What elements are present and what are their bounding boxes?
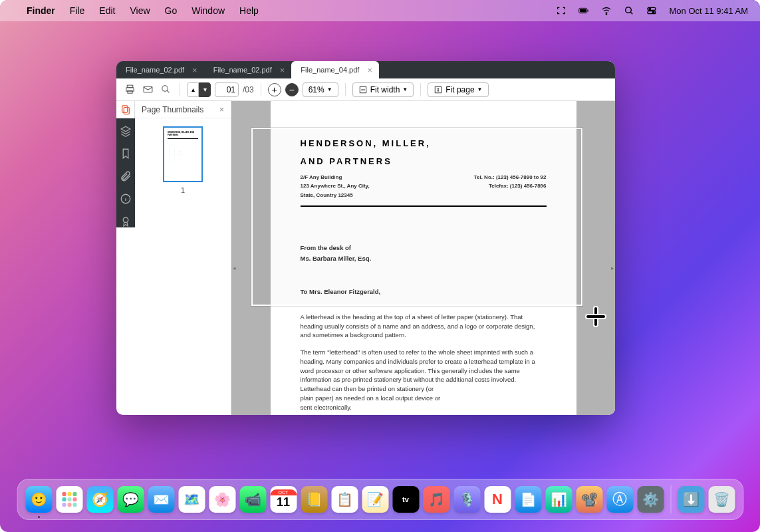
svg-point-8 <box>653 11 655 13</box>
zoom-level-dropdown[interactable]: 61%▼ <box>303 82 338 97</box>
tab-1-label: File_name_02.pdf <box>126 66 184 74</box>
page-up-button[interactable]: ▴ <box>187 82 199 97</box>
menu-go[interactable]: Go <box>165 5 178 16</box>
panel-title: Page Thumbnails <box>142 105 203 114</box>
dock-safari[interactable]: 🧭 <box>86 486 113 513</box>
toolbar: ▴ ▾ /03 + − 61%▼ Fit width▼ Fit page▼ <box>116 78 615 101</box>
print-icon[interactable] <box>123 82 137 96</box>
tab-3-close-icon[interactable]: × <box>367 65 372 75</box>
dock-numbers[interactable]: 📊 <box>545 486 572 513</box>
desktop: Finder File Edit View Go Window Help Mon… <box>0 0 760 532</box>
svg-rect-17 <box>124 107 129 114</box>
menu-view[interactable]: View <box>130 5 150 16</box>
dock-tv[interactable]: tv <box>392 486 419 513</box>
tab-bar: File_name_02.pdf× File_name_02.pdf× File… <box>116 61 615 78</box>
thumbnails-panel: Page Thumbnails × HENDERSON, MILLER, AND… <box>135 101 231 415</box>
dock-settings[interactable]: ⚙️ <box>637 486 664 513</box>
dock-appstore[interactable]: Ⓐ <box>606 486 633 513</box>
dock-maps[interactable]: 🗺️ <box>178 486 205 513</box>
dock: 🙂 🧭 💬 ✉️ 🗺️ 🌸 📹 OCT11 📒 📋 📝 tv 🎵 🎙️ N 📄 … <box>17 479 743 520</box>
svg-rect-16 <box>122 106 127 112</box>
dock-pages[interactable]: 📄 <box>515 486 541 513</box>
document-page: HENDERSON, MILLER, AND PARTNERS 2/F Any … <box>271 101 576 415</box>
dock-downloads[interactable]: ⬇️ <box>678 486 704 513</box>
menu-edit[interactable]: Edit <box>99 5 115 16</box>
scroll-right-handle[interactable]: ▸ <box>610 258 615 278</box>
info-icon[interactable] <box>120 193 132 205</box>
page-total: /03 <box>243 85 254 94</box>
attachment-icon[interactable] <box>120 170 132 182</box>
zoom-in-button[interactable]: + <box>268 83 281 96</box>
dock-keynote[interactable]: 📽️ <box>576 486 602 513</box>
menu-file[interactable]: File <box>70 5 85 16</box>
screenshot-icon[interactable] <box>556 5 567 16</box>
svg-rect-12 <box>144 86 152 92</box>
svg-point-3 <box>606 14 607 15</box>
badge-icon[interactable] <box>120 215 132 227</box>
page-number-input[interactable] <box>215 82 239 97</box>
page-thumbnail-1[interactable]: HENDERSON, MILLER, AND PARTNERS ––––––––… <box>163 126 203 182</box>
dock-music[interactable]: 🎵 <box>423 486 449 513</box>
panel-close-icon[interactable]: × <box>219 105 224 114</box>
thumbnails-rail-icon[interactable] <box>116 101 135 118</box>
svg-rect-2 <box>588 9 588 11</box>
tab-2-close-icon[interactable]: × <box>280 65 285 75</box>
side-rail <box>116 118 135 227</box>
dock-photos[interactable]: 🌸 <box>209 486 235 513</box>
battery-icon[interactable] <box>578 5 589 16</box>
search-tool-icon[interactable] <box>159 82 173 96</box>
company-line-2: AND PARTNERS <box>301 156 547 168</box>
dock-calendar[interactable]: OCT11 <box>270 486 297 513</box>
page-down-button[interactable]: ▾ <box>199 82 211 97</box>
tab-2-label: File_name_02.pdf <box>213 66 272 74</box>
dock-news[interactable]: N <box>484 486 511 513</box>
fit-page-icon <box>434 85 443 94</box>
dock-facetime[interactable]: 📹 <box>239 486 266 513</box>
zoom-out-button[interactable]: − <box>285 83 299 96</box>
fit-width-dropdown[interactable]: Fit width▼ <box>352 82 414 97</box>
crosshair-cursor <box>585 306 606 327</box>
dock-trash[interactable]: 🗑️ <box>708 486 735 513</box>
svg-point-7 <box>649 8 651 10</box>
dock-reminders[interactable]: 📋 <box>331 486 358 513</box>
dock-podcasts[interactable]: 🎙️ <box>453 486 480 513</box>
svg-point-19 <box>123 217 128 223</box>
dock-messages[interactable]: 💬 <box>117 486 144 513</box>
app-name[interactable]: Finder <box>27 5 55 16</box>
dock-finder[interactable]: 🙂 <box>25 486 52 513</box>
dock-contacts[interactable]: 📒 <box>301 486 327 513</box>
bookmark-icon[interactable] <box>120 148 132 160</box>
dock-launchpad[interactable] <box>56 486 82 513</box>
menu-help[interactable]: Help <box>239 5 259 16</box>
document-viewer[interactable]: ◂ ▸ HENDERSON, MILLER, AND PARTNERS 2/F … <box>231 101 615 415</box>
dock-mail[interactable]: ✉️ <box>148 486 174 513</box>
dock-notes[interactable]: 📝 <box>362 486 388 513</box>
wifi-icon[interactable] <box>601 5 612 16</box>
tab-3-label: File_name_04.pdf <box>301 66 359 74</box>
scroll-left-handle[interactable]: ◂ <box>231 258 237 278</box>
layers-icon[interactable] <box>120 125 132 137</box>
tab-1-close-icon[interactable]: × <box>192 65 197 75</box>
svg-rect-1 <box>580 9 586 13</box>
fit-width-icon <box>358 85 368 94</box>
datetime[interactable]: Mon Oct 11 9:41 AM <box>669 6 748 16</box>
menu-window[interactable]: Window <box>191 5 225 16</box>
fit-page-dropdown[interactable]: Fit page▼ <box>428 82 488 97</box>
thumbnail-number: 1 <box>143 186 223 194</box>
search-icon[interactable] <box>624 5 634 16</box>
control-center-icon[interactable] <box>646 5 657 16</box>
tab-3[interactable]: File_name_04.pdf× <box>291 61 379 78</box>
tab-2[interactable]: File_name_02.pdf× <box>204 61 292 78</box>
mail-icon[interactable] <box>141 82 155 96</box>
tab-1[interactable]: File_name_02.pdf× <box>116 61 204 78</box>
pdf-app-window: File_name_02.pdf× File_name_02.pdf× File… <box>116 61 615 415</box>
menubar: Finder File Edit View Go Window Help Mon… <box>0 0 760 21</box>
company-line-1: HENDERSON, MILLER, <box>301 138 547 150</box>
svg-rect-11 <box>128 90 132 93</box>
